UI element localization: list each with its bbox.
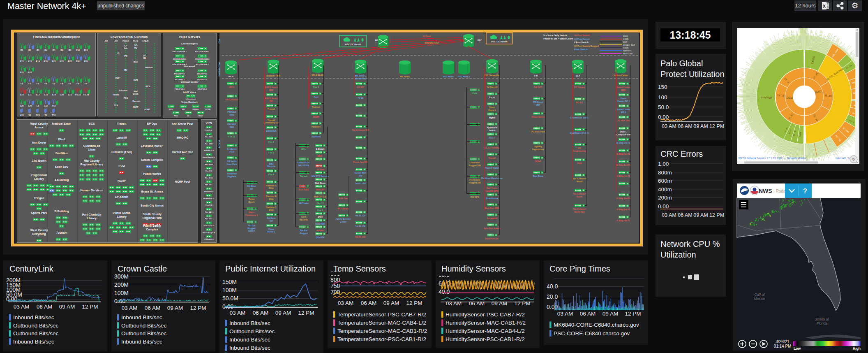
svg-text:100M: 100M [114,290,129,296]
svg-text:Veterans Feed: Veterans Feed [425,42,439,44]
svg-text:Service: Service [300,175,308,177]
svg-text:x: x [627,127,628,129]
svg-text:Inbound Bits/sec: Inbound Bits/sec [121,339,162,345]
svg-text:Pool: Pool [314,96,319,98]
svg-text:Scanthouse: Scanthouse [486,197,498,200]
svg-text:E10: E10 [20,93,23,96]
svg-text:PG Library: PG Library [574,86,585,88]
svg-text:E5: E5 [37,82,39,85]
svg-text:E25: E25 [20,105,23,107]
svg-text:x: x [583,174,584,176]
svg-text:Bldg: Bldg [269,209,274,211]
svg-text:Library: Library [34,177,44,181]
svg-text:SunTrust: SunTrust [312,135,321,138]
svg-text:PG Fuel Yard: PG Fuel Yard [531,130,545,133]
svg-text:MDF: MDF [536,104,540,106]
svg-text:Lighting: Lighting [534,145,542,148]
svg-text:Short: Short [489,106,495,109]
svg-text:PSC-UCM-PUB-1: PSC-UCM-PUB-1 [173,51,187,53]
svg-text:3/26/21: 3/26/21 [776,339,790,344]
svg-text:South: South [577,195,583,198]
svg-text:Guardian ad: Guardian ad [83,144,100,147]
svg-text:Harold: Harold [113,94,119,96]
svg-text:Records: Records [132,100,141,102]
svg-text:50.0M: 50.0M [222,295,238,302]
svg-text:CCSO Training: CCSO Training [485,146,500,149]
svg-text:Recycle: Recycle [267,165,275,167]
svg-text:PSC-CORE-C6840.charco.gov: PSC-CORE-C6840.charco.gov [554,330,630,337]
svg-text:Fire 4: Fire 4 [268,173,274,176]
svg-text:JM Berlin: JM Berlin [227,160,236,163]
svg-text:x: x [496,183,497,186]
svg-text:Wireless: Wireless [623,49,632,52]
svg-text:Harold Ave Rec: Harold Ave Rec [172,151,193,153]
svg-text:x: x [320,92,321,95]
svg-text:H12: H12 [20,114,24,116]
svg-text:800: 800 [330,276,340,283]
svg-text:Tax Collector: Tax Collector [573,177,586,180]
svg-text:B Bldg 1: B Bldg 1 [316,148,324,150]
svg-text:09 AM: 09 AM [383,300,399,306]
svg-text:MDF: MDF [621,89,626,91]
svg-text:Medical Exam: Medical Exam [52,122,71,125]
svg-text:20.0: 20.0 [547,293,558,300]
svg-text:12 PM: 12 PM [406,300,422,306]
svg-text:WCA: WCA [199,115,203,117]
svg-text:12 Port Switch Rugged: 12 Port Switch Rugged [574,45,599,47]
svg-text:SCA: SCA [576,74,580,77]
svg-text:E16: E16 [52,93,55,96]
svg-text:Exam: Exam [133,93,139,95]
svg-text:# Next to SW = Stack Count: # Next to SW = Stack Count [543,37,573,40]
svg-text:40.0: 40.0 [547,283,558,290]
svg-text:Booth 1: Booth 1 [267,230,275,233]
svg-text:PSC-UCM-SUB-1: PSC-UCM-SUB-1 [195,51,210,53]
svg-text:WCA: WCA [229,86,235,88]
svg-text:x: x [542,112,543,114]
svg-text:EP Ops: EP Ops [147,122,157,125]
svg-text:x: x [496,113,497,115]
svg-text:TV 20: TV 20 [489,96,495,99]
svg-text:x: x [324,219,325,221]
svg-text:Community Ctr: Community Ctr [263,121,279,124]
svg-text:09 AM: 09 AM [492,300,507,307]
svg-text:Mid CTY Recycle: Mid CTY Recycle [312,175,329,177]
svg-text:12 PM: 12 PM [190,305,206,311]
svg-text:Fire 10 C: Fire 10 C [205,136,213,138]
svg-text:600m: 600m [658,178,672,184]
svg-text:EVM: EVM [472,92,477,95]
svg-text:Econ Dev: Econ Dev [55,165,68,168]
svg-text:03 AM: 03 AM [662,212,676,218]
svg-text:06 AM: 06 AM [678,123,692,129]
svg-text:Contact Center: Contact Center [180,81,199,83]
svg-text:A Bldg 4th FL: A Bldg 4th FL [616,219,630,222]
svg-text:Records: Records [300,218,308,221]
svg-text:Outbound Bits/sec: Outbound Bits/sec [13,330,59,337]
svg-text:PSC: PSC [174,115,178,117]
svg-text:High: High [853,346,861,351]
svg-text:x: x [364,114,365,117]
svg-text:x: x [324,225,325,228]
svg-text:Multi GBIC: Multi GBIC [623,52,634,55]
svg-text:SO-UCM-SUB-1: SO-UCM-SUB-1 [196,63,209,65]
svg-text:B Bldg 3rd FL: B Bldg 3rd FL [616,142,631,144]
svg-text:x: x [496,193,497,196]
svg-text:x: x [324,151,325,153]
svg-text:x: x [542,82,543,85]
svg-text:Stadium A: Stadium A [266,184,277,187]
svg-text:x: x [627,138,628,140]
svg-text:48 Port Switch: 48 Port Switch [574,34,590,37]
svg-text:03 AM: 03 AM [14,304,29,310]
svg-text:06 AM: 06 AM [580,311,596,317]
svg-text:Outbound Bits/sec: Outbound Bits/sec [229,328,275,334]
svg-text:EVM: EVM [118,165,125,167]
svg-text:RegPark: RegPark [227,175,236,178]
svg-text:E3: E3 [28,82,31,85]
svg-text:Loveland WWTP: Loveland WWTP [141,144,164,147]
svg-text:Clerk: Clerk [301,216,307,218]
svg-text:E21: E21 [68,93,72,96]
svg-text:Stack 4: Stack 4 [488,109,496,111]
svg-text:Landfill OPS: Landfill OPS [486,190,499,192]
svg-text:HumiditySensor-PSC-CAB1-R/2: HumiditySensor-PSC-CAB1-R/2 [446,336,525,342]
svg-text:A Bldg 2nd FL: A Bldg 2nd FL [616,197,631,200]
svg-text:SW1 SW2: SW1 SW2 [205,163,213,165]
